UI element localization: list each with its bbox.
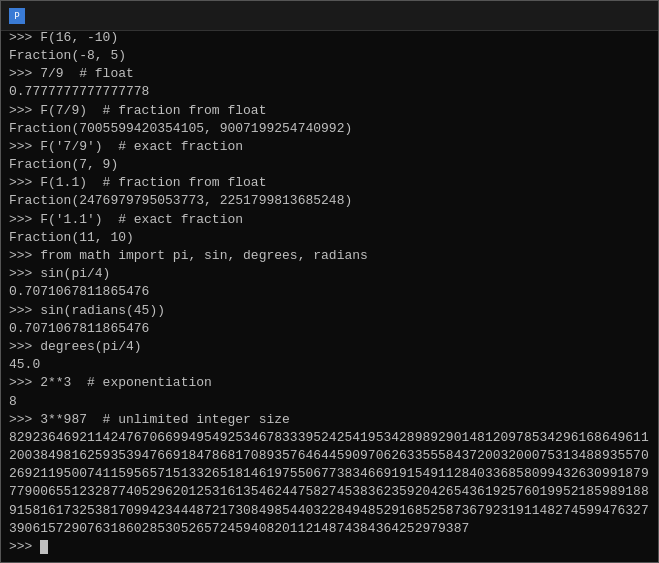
terminal-line: >>> 2**3 # exponentiation <box>9 374 650 392</box>
maximize-button[interactable] <box>558 1 604 31</box>
terminal-line: >>> <box>9 538 650 556</box>
terminal-line: >>> 3**987 # unlimited integer size <box>9 411 650 429</box>
terminal-line: 8 <box>9 393 650 411</box>
terminal-line: 0.7071067811865476 <box>9 283 650 301</box>
terminal-body: Python 3.7.5 (tags/v3.7.5:5c02a39a0b, Oc… <box>1 31 658 562</box>
title-bar-controls <box>512 1 650 31</box>
terminal-line: 8292364692114247670669949549253467833395… <box>9 429 650 538</box>
terminal-line: 0.7071067811865476 <box>9 320 650 338</box>
minimize-button[interactable] <box>512 1 558 31</box>
terminal-line: >>> F(16, -10) <box>9 31 650 47</box>
terminal-line: >>> degrees(pi/4) <box>9 338 650 356</box>
terminal-line: >>> sin(pi/4) <box>9 265 650 283</box>
terminal-line: Fraction(7005599420354105, 9007199254740… <box>9 120 650 138</box>
terminal-line: 45.0 <box>9 356 650 374</box>
title-bar: P <box>1 1 658 31</box>
terminal-line: >>> F('7/9') # exact fraction <box>9 138 650 156</box>
terminal-content[interactable]: Python 3.7.5 (tags/v3.7.5:5c02a39a0b, Oc… <box>1 31 658 562</box>
terminal-line: >>> F(1.1) # fraction from float <box>9 174 650 192</box>
close-button[interactable] <box>604 1 650 31</box>
terminal-line: >>> F(7/9) # fraction from float <box>9 102 650 120</box>
terminal-line: >>> F('1.1') # exact fraction <box>9 211 650 229</box>
terminal-line: >>> sin(radians(45)) <box>9 302 650 320</box>
terminal-line: Fraction(2476979795053773, 2251799813685… <box>9 192 650 210</box>
terminal-line: Fraction(7, 9) <box>9 156 650 174</box>
cursor-blink <box>40 540 48 554</box>
terminal-line: Fraction(11, 10) <box>9 229 650 247</box>
terminal-line: Fraction(-8, 5) <box>9 47 650 65</box>
terminal-line: >>> from math import pi, sin, degrees, r… <box>9 247 650 265</box>
app-icon: P <box>9 8 25 24</box>
terminal-line: >>> 7/9 # float <box>9 65 650 83</box>
terminal-line: 0.7777777777777778 <box>9 83 650 101</box>
window: P Python 3.7.5 (tags/v3.7.5:5c02a39a0b, … <box>0 0 659 563</box>
